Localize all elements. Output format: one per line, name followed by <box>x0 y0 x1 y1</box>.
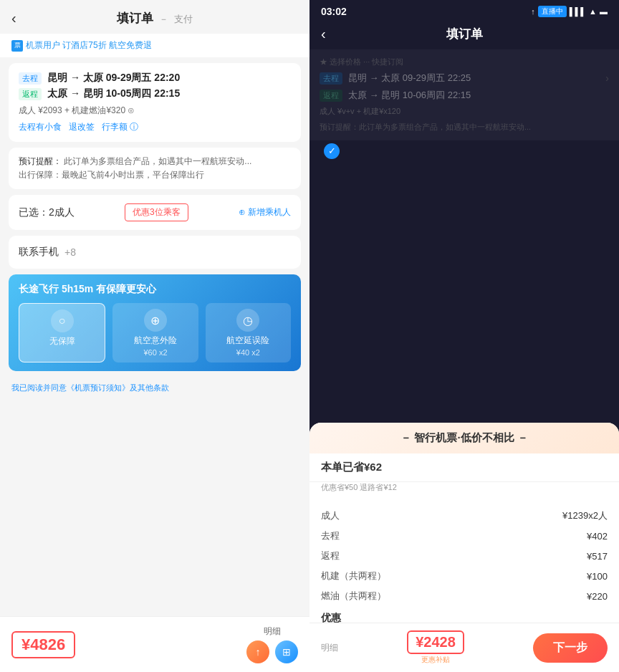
return-flight-row: 返程 太原 → 昆明 10-05周四 22:15 <box>19 87 291 100</box>
terms-row: 我已阅读并同意《机票预订须知》及其他条款 <box>0 377 310 399</box>
share-icon[interactable]: ↑ <box>246 640 269 663</box>
price-item-fuel: 燃油（共两程） ¥220 <box>321 586 608 606</box>
fuel-label: 燃油（共两程） <box>321 590 386 603</box>
outbound-flight-row: 去程 昆明 → 太原 09-29周五 22:20 <box>19 72 291 85</box>
insurance-option-accident[interactable]: ⊕ 航空意外险 ¥60 x2 <box>112 303 198 363</box>
terms-text: 我已阅读并同意《机票预订须知》及其他条款 <box>11 383 169 392</box>
insurance-none-name: 无保障 <box>27 335 97 347</box>
tax-label: 机建（共两程） <box>321 570 386 582</box>
left-footer: ¥4826 明细 ↑ ⊞ <box>0 616 310 672</box>
coupon-button[interactable]: 优惠3位乘客 <box>125 203 188 221</box>
meta-baggage[interactable]: 行李额 ⓘ <box>102 121 138 133</box>
battery-icon: ▬ <box>600 7 608 16</box>
promo-banner[interactable]: 票 机票用户 订酒店75折 航空免费退 <box>0 34 310 57</box>
fuel-value: ¥220 <box>587 591 608 602</box>
right-outbound-row: 去程 昆明 → 太原 09-29周五 22:25 › <box>320 72 609 85</box>
flight-meta: 去程有小食 退改签 行李额 ⓘ <box>19 121 291 133</box>
live-badge: 直播中 <box>538 6 567 17</box>
popup-brand-dash2: － <box>517 431 528 443</box>
signal-icon: ▌▌▌ <box>570 7 586 16</box>
right-header: ‹ 填订单 <box>310 20 619 49</box>
price-item-tax: 机建（共两程） ¥100 <box>321 566 608 586</box>
back-icon-right[interactable]: ‹ <box>321 26 326 42</box>
right-outbound-info: 昆明 → 太原 09-29周五 22:25 <box>348 72 471 85</box>
notice-box: 预订提醒： 此订单为多票组合产品，如遇其中一程航班安动... 出行保障：最晚起飞… <box>9 148 301 189</box>
left-header: ‹ 填订单 － 支付 <box>0 0 310 34</box>
insurance-accident-name: 航空意外险 <box>120 335 191 347</box>
return-tag: 返程 <box>19 88 42 100</box>
insurance-none-icon: ○ <box>51 309 74 332</box>
return-price-value: ¥517 <box>587 551 608 562</box>
insurance-accident-icon: ⊕ <box>144 309 167 332</box>
meta-refund[interactable]: 退改签 <box>69 121 95 133</box>
price-item-outbound: 去程 ¥402 <box>321 526 608 546</box>
insurance-delay-icon: ◷ <box>236 309 259 332</box>
tax-value: ¥100 <box>587 571 608 582</box>
status-bar: 03:02 ↑ 直播中 ▌▌▌ ▲ ▬ <box>310 0 619 20</box>
flight-price: 成人 ¥2093 + 机建燃油¥320 ⊙ <box>19 105 291 117</box>
return-price-label: 返程 <box>321 549 340 562</box>
insurance-options: ○ 无保障 ⊕ 航空意外险 ¥60 x2 ◷ 航空延误险 ¥40 x2 <box>19 303 291 363</box>
status-time: 03:02 <box>321 6 347 17</box>
add-passenger-btn[interactable]: ⊕ 新增乘机人 <box>239 206 291 219</box>
insurance-card: 长途飞行 5h15m 有保障更安心 ○ 无保障 ⊕ 航空意外险 ¥60 x2 ◷… <box>9 274 301 371</box>
wifi-icon: ▲ <box>589 7 597 16</box>
insurance-title: 长途飞行 5h15m 有保障更安心 <box>19 283 291 296</box>
terms-link[interactable]: 《机票预订须知》 <box>67 383 130 392</box>
checkmark-row: ✓ <box>310 140 619 162</box>
back-icon-left[interactable]: ‹ <box>11 10 16 27</box>
right-promo: ★ 选择价格 ··· 快捷订阅 <box>320 57 609 67</box>
total-price-left: ¥4826 <box>11 631 75 658</box>
status-icons: ↑ 直播中 ▌▌▌ ▲ ▬ <box>531 6 608 17</box>
right-total-sub: 更惠补贴 <box>421 655 450 665</box>
qr-icon[interactable]: ⊞ <box>275 640 298 663</box>
popup-header: － 智行机票·低价不相比 － <box>310 423 619 453</box>
right-outbound-tag: 去程 <box>320 72 342 85</box>
right-detail-btn[interactable]: 明细 <box>321 642 338 654</box>
insurance-accident-price: ¥60 x2 <box>120 348 191 357</box>
flight-card: 去程 昆明 → 太原 09-29周五 22:20 返程 太原 → 昆明 10-0… <box>9 63 301 142</box>
notice-text1: 此订单为多票组合产品，如遇其中一程航班安动... <box>64 156 251 166</box>
right-notice: 预订提醒：此订单为多票组合产品，如遇其中一程航班安动... <box>320 121 609 133</box>
popup-brand-text: 智行机票·低价不相比 <box>414 431 514 443</box>
price-item-adult: 成人 ¥1239x2人 <box>321 506 608 526</box>
promo-text: 机票用户 订酒店75折 航空免费退 <box>26 39 152 52</box>
contact-row: 联系手机 +8 <box>9 236 301 269</box>
next-button[interactable]: 下一步 <box>533 633 608 663</box>
price-popup: － 智行机票·低价不相比 － 本单已省¥62 优惠省¥50 退路省¥12 成人 … <box>310 423 619 672</box>
contact-label: 联系手机 <box>19 246 59 259</box>
notice-title: 预订提醒： <box>19 156 62 166</box>
right-total-wrap: ¥2428 更惠补贴 <box>407 630 464 665</box>
right-return-row: 返程 太原 → 昆明 10-06周四 22:15 <box>320 89 609 102</box>
outbound-price-label: 去程 <box>321 529 340 542</box>
check-icon: ✓ <box>324 143 340 159</box>
promo-icon: 票 <box>11 40 23 52</box>
popup-brand-dash: － <box>400 431 414 443</box>
meta-meal[interactable]: 去程有小食 <box>19 121 62 133</box>
outbound-tag: 去程 <box>19 72 42 85</box>
right-flight-card: ★ 选择价格 ··· 快捷订阅 去程 昆明 → 太原 09-29周五 22:25… <box>310 49 619 140</box>
outbound-flight-info: 昆明 → 太原 09-29周五 22:20 <box>47 72 180 85</box>
footer-middle: 明细 ↑ ⊞ <box>246 625 298 663</box>
outbound-price-value: ¥402 <box>587 531 608 542</box>
insurance-option-none[interactable]: ○ 无保障 <box>19 303 105 363</box>
insurance-delay-name: 航空延误险 <box>213 335 284 347</box>
upload-icon: ↑ <box>531 7 535 16</box>
insurance-option-delay[interactable]: ◷ 航空延误险 ¥40 x2 <box>206 303 291 363</box>
selected-row: 已选：2成人 优惠3位乘客 ⊕ 新增乘机人 <box>9 195 301 230</box>
adult-value: ¥1239x2人 <box>562 509 608 522</box>
savings-detail: 优惠省¥50 退路省¥12 <box>310 482 619 499</box>
right-total: ¥2428 <box>407 630 464 654</box>
left-panel: ‹ 填订单 － 支付 票 机票用户 订酒店75折 航空免费退 去程 昆明 → 太… <box>0 0 310 672</box>
right-expand-icon[interactable]: › <box>605 72 609 84</box>
return-flight-info: 太原 → 昆明 10-05周四 22:15 <box>47 87 180 100</box>
selected-label: 已选：2成人 <box>19 206 75 219</box>
savings-label: 本单已省¥62 <box>321 461 382 474</box>
right-price: 成人 ¥v+v + 机建¥x120 <box>320 106 609 117</box>
contact-prefix: +8 <box>64 246 160 258</box>
notice-text2: 出行保障：最晚起飞前4小时出票，平台保障出行 <box>19 170 204 180</box>
right-footer: 明细 ¥2428 更惠补贴 下一步 <box>310 623 619 672</box>
insurance-delay-price: ¥40 x2 <box>213 348 284 357</box>
contact-input[interactable] <box>165 246 291 258</box>
detail-btn[interactable]: 明细 <box>264 625 281 638</box>
